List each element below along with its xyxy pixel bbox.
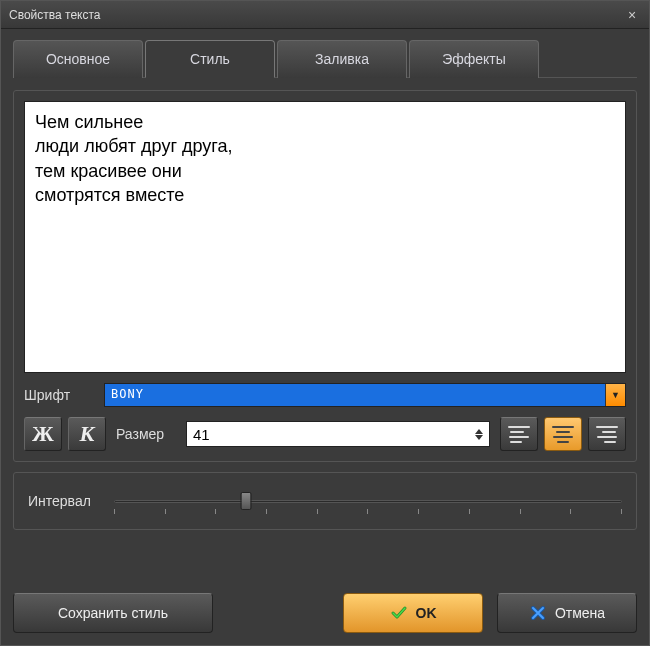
window-title: Свойства текста — [9, 8, 100, 22]
font-label: Шрифт — [24, 387, 94, 403]
save-style-button[interactable]: Сохранить стиль — [13, 593, 213, 633]
size-value: 41 — [193, 426, 210, 443]
interval-label: Интервал — [28, 493, 98, 509]
spinner-down-icon[interactable] — [475, 435, 483, 440]
size-spinner — [475, 429, 483, 440]
dialog-footer: Сохранить стиль OK Отмена — [1, 585, 649, 645]
cancel-button[interactable]: Отмена — [497, 593, 637, 633]
align-right-button[interactable] — [588, 417, 626, 451]
style-panel: Чем сильнее люди любят друг друга, тем к… — [13, 90, 637, 462]
tab-fill[interactable]: Заливка — [277, 40, 407, 78]
spinner-up-icon[interactable] — [475, 429, 483, 434]
tab-bar: Основное Стиль Заливка Эффекты — [13, 39, 637, 78]
text-properties-dialog: Свойства текста × Основное Стиль Заливка… — [0, 0, 650, 646]
slider-thumb[interactable] — [241, 492, 252, 510]
bold-button[interactable]: Ж — [24, 417, 62, 451]
slider-track — [114, 500, 622, 503]
close-icon[interactable]: × — [623, 6, 641, 24]
slider-ticks — [114, 509, 622, 514]
check-icon — [390, 604, 408, 622]
align-center-button[interactable] — [544, 417, 582, 451]
chevron-down-icon[interactable]: ▼ — [605, 384, 625, 406]
size-label: Размер — [116, 426, 176, 442]
tab-main[interactable]: Основное — [13, 40, 143, 78]
font-select[interactable]: BONY ▼ — [104, 383, 626, 407]
size-input[interactable]: 41 — [186, 421, 490, 447]
tab-effects[interactable]: Эффекты — [409, 40, 539, 78]
cross-icon — [529, 604, 547, 622]
interval-slider[interactable] — [114, 491, 622, 511]
align-left-button[interactable] — [500, 417, 538, 451]
interval-panel: Интервал — [13, 472, 637, 530]
italic-button[interactable]: К — [68, 417, 106, 451]
ok-button[interactable]: OK — [343, 593, 483, 633]
titlebar: Свойства текста × — [1, 1, 649, 29]
text-preview[interactable]: Чем сильнее люди любят друг друга, тем к… — [24, 101, 626, 373]
tab-style[interactable]: Стиль — [145, 40, 275, 78]
font-select-value: BONY — [105, 384, 605, 406]
